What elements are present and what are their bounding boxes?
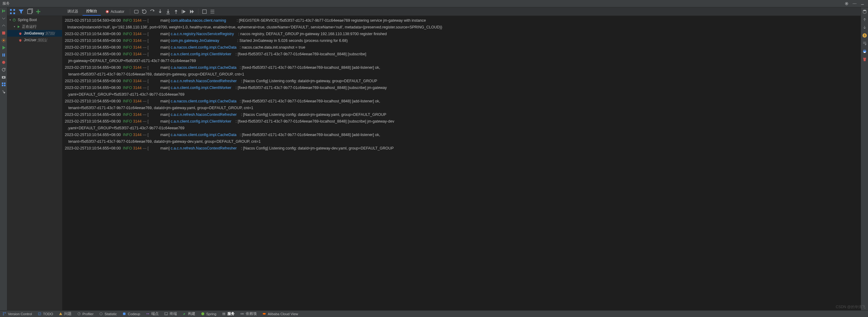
- bb-statistic[interactable]: Statistic: [99, 312, 117, 316]
- breakpoint-icon[interactable]: [1, 60, 6, 65]
- reload-icon[interactable]: [1, 67, 6, 72]
- log-output[interactable]: 2023-02-25T10:10:54.593+08:00 INFO 3144 …: [62, 16, 861, 310]
- stop-icon[interactable]: [1, 31, 6, 35]
- bb-terminal[interactable]: 终端: [164, 312, 177, 316]
- grid-icon[interactable]: [9, 8, 16, 15]
- svg-point-53: [5, 312, 6, 313]
- minimize-icon[interactable]: [860, 1, 866, 7]
- svg-rect-21: [28, 9, 32, 14]
- bug-icon: [18, 38, 23, 42]
- left-tool-gutter: [0, 7, 7, 310]
- svg-rect-40: [202, 9, 206, 13]
- console-panel: 调试器 控制台 Actuator: [62, 7, 861, 310]
- svg-rect-50: [863, 58, 866, 58]
- bb-build[interactable]: 构建: [183, 312, 195, 316]
- deps-icon: [240, 312, 244, 316]
- more-icon[interactable]: [851, 1, 858, 7]
- services-toolbar: [7, 7, 62, 16]
- power-icon: [11, 18, 17, 22]
- bb-problems[interactable]: 问题: [59, 312, 71, 316]
- attach-icon[interactable]: [133, 8, 140, 15]
- wrap-icon[interactable]: [862, 41, 867, 46]
- svg-point-52: [3, 314, 4, 315]
- skip-icon[interactable]: [189, 8, 195, 15]
- svg-rect-57: [123, 312, 126, 315]
- svg-rect-13: [2, 83, 3, 84]
- services-icon: [222, 312, 226, 316]
- collapse-icon[interactable]: [1, 23, 6, 28]
- step-out-icon[interactable]: [173, 8, 179, 15]
- bottom-status-bar: Version Control TODO 问题 Profiler Statist…: [0, 310, 868, 317]
- rerun-icon[interactable]: [1, 8, 6, 13]
- tree-running-group[interactable]: ▾ 正在运行: [7, 23, 62, 30]
- profiler-icon: [77, 312, 81, 316]
- new-window-icon[interactable]: [26, 8, 33, 15]
- tree-app-jmuser[interactable]: JmUser:9001/: [7, 37, 62, 43]
- pause-icon[interactable]: [1, 53, 6, 58]
- camera-icon[interactable]: [1, 74, 6, 80]
- svg-rect-6: [2, 31, 5, 35]
- svg-point-61: [201, 312, 204, 315]
- tree-root-spring-boot[interactable]: ▾ Spring Boot: [7, 17, 62, 23]
- step-over-icon[interactable]: [149, 8, 155, 15]
- run-icon[interactable]: [1, 45, 6, 50]
- svg-rect-18: [13, 9, 15, 11]
- svg-rect-9: [4, 54, 5, 57]
- bb-codeup[interactable]: Codeup: [122, 312, 140, 316]
- svg-point-26: [19, 32, 21, 35]
- svg-point-2: [853, 3, 854, 4]
- svg-rect-54: [38, 312, 41, 315]
- trace-icon[interactable]: [209, 8, 215, 15]
- hammer-icon: [183, 312, 186, 316]
- run-to-cursor-icon[interactable]: [181, 8, 187, 15]
- todo-icon: [38, 312, 41, 316]
- svg-rect-14: [4, 83, 5, 84]
- trash-icon[interactable]: [862, 57, 867, 62]
- tree-app-jmgateway[interactable]: JmGateway:9700/: [7, 30, 62, 37]
- bb-alibaba[interactable]: Alibaba Cloud View: [262, 312, 298, 316]
- svg-point-3: [854, 3, 855, 4]
- bb-profiler[interactable]: Profiler: [77, 312, 94, 316]
- tree-root-label: Spring Boot: [18, 18, 37, 22]
- layout-icon[interactable]: [1, 82, 6, 87]
- up-arrow-icon[interactable]: [862, 17, 867, 22]
- tab-console[interactable]: 控制台: [83, 8, 101, 15]
- bb-spring[interactable]: Spring: [201, 312, 216, 316]
- svg-rect-19: [10, 12, 12, 14]
- svg-point-7: [3, 39, 5, 41]
- svg-point-56: [100, 312, 102, 315]
- force-step-into-icon[interactable]: [165, 8, 171, 15]
- down-arrow-icon[interactable]: [862, 25, 867, 30]
- tab-actuator[interactable]: Actuator: [101, 8, 128, 15]
- bb-endpoints[interactable]: 端点: [146, 312, 159, 316]
- svg-rect-62: [241, 313, 242, 314]
- print-icon[interactable]: [862, 49, 867, 54]
- resume-icon[interactable]: [141, 8, 147, 15]
- settings-icon[interactable]: [1, 38, 6, 43]
- actuator-icon: [105, 9, 110, 14]
- svg-point-10: [2, 61, 5, 64]
- target-icon[interactable]: [843, 1, 850, 7]
- codeup-icon: [122, 312, 126, 316]
- bb-version-control[interactable]: Version Control: [2, 312, 32, 316]
- tab-debugger[interactable]: 调试器: [64, 8, 82, 15]
- add-icon[interactable]: [35, 8, 41, 15]
- tree-app-name-0: JmGateway: [24, 31, 44, 35]
- bb-todo[interactable]: TODO: [38, 312, 53, 316]
- bb-dependencies[interactable]: 依赖项: [240, 312, 257, 316]
- dollar-icon[interactable]: $: [862, 33, 867, 38]
- tree-running-label: 正在运行: [22, 24, 37, 29]
- step-icon[interactable]: [1, 89, 6, 94]
- step-into-icon[interactable]: [157, 8, 163, 15]
- filter-icon[interactable]: [18, 8, 25, 15]
- svg-rect-16: [4, 85, 5, 86]
- svg-rect-63: [242, 313, 244, 314]
- evaluate-icon[interactable]: [202, 8, 208, 15]
- tree-app-name-1: JmUser: [24, 38, 36, 42]
- bb-services[interactable]: 服务: [222, 312, 235, 316]
- db-icon[interactable]: [862, 9, 867, 14]
- expand-icon[interactable]: [1, 16, 6, 21]
- panel-header: 服务: [0, 0, 868, 7]
- tab-actuator-label: Actuator: [111, 9, 124, 14]
- tree-app-port-0: :9700/: [45, 31, 55, 35]
